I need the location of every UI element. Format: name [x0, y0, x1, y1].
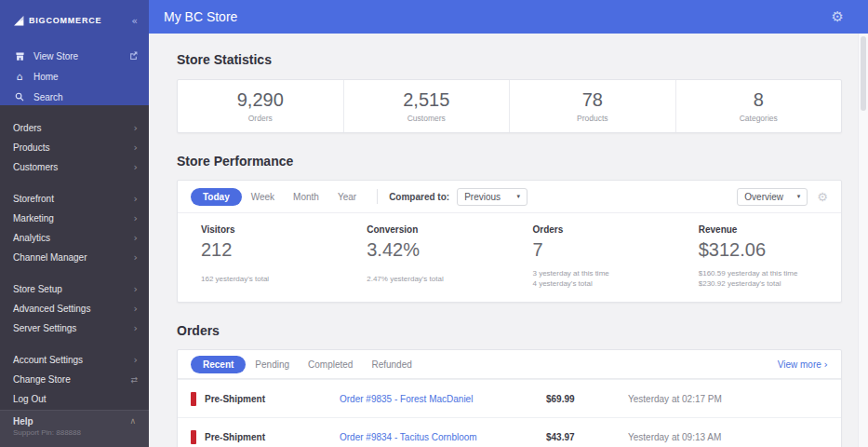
scrollbar-track[interactable]: [858, 34, 868, 447]
chevron-right-icon: ›: [134, 161, 138, 173]
help-label: Help: [13, 416, 81, 427]
order-time: Yesterday at 02:17 PM: [628, 394, 828, 404]
caret-up-icon: ∧: [129, 416, 136, 426]
sidebar-item-server-settings[interactable]: Server Settings›: [0, 318, 149, 338]
help-panel[interactable]: Help Support Pin: 888888 ∧: [0, 410, 149, 447]
stat-value: 78: [582, 89, 603, 111]
tab-month[interactable]: Month: [284, 188, 328, 206]
menu-label: Log Out: [13, 394, 47, 404]
tab-year[interactable]: Year: [328, 188, 366, 206]
chevron-right-icon: ›: [134, 354, 138, 366]
menu-label: Orders: [13, 123, 42, 133]
chevron-right-icon: ›: [134, 142, 138, 154]
stat-label: Customers: [407, 114, 446, 123]
metric-value: $312.06: [699, 239, 841, 261]
metric-value: 7: [533, 239, 675, 261]
overview-value: Overview: [744, 192, 783, 202]
overview-select[interactable]: Overview ▾: [737, 188, 808, 206]
sidebar-item-products[interactable]: Products›: [0, 138, 149, 157]
external-link-icon: [129, 51, 138, 61]
chevron-right-icon: ›: [134, 232, 138, 244]
stat-label: Orders: [248, 114, 273, 123]
metric-value: 212: [201, 239, 343, 261]
performance-metrics: Visitors 212 162 yesterday's total Conve…: [178, 213, 841, 302]
chevron-right-icon: ›: [134, 122, 138, 134]
tab-completed[interactable]: Completed: [299, 356, 362, 373]
stat-value: 2,515: [403, 89, 449, 111]
sidebar-item-orders[interactable]: Orders›: [0, 118, 149, 138]
sidebar-item-advanced-settings[interactable]: Advanced Settings›: [0, 299, 149, 318]
metric-conversion: Conversion 3.42% 2.47% yesterday's total: [343, 224, 509, 289]
performance-toolbar: Today Week Month Year Compared to: Previ…: [178, 181, 841, 213]
sidebar-item-store-setup[interactable]: Store Setup›: [0, 279, 149, 299]
order-link[interactable]: Order #9834 - Tacitus Cornbloom: [340, 432, 546, 442]
sidebar-top-section: BIGCOMMERCE « View Store ⌂ Home: [0, 0, 149, 105]
sidebar-menu: Orders› Products› Customers› Storefront›…: [0, 105, 149, 409]
home-icon: ⌂: [13, 71, 26, 83]
view-more-link[interactable]: View more ›: [778, 359, 828, 371]
chevron-down-icon: ▾: [797, 193, 801, 200]
metric-label: Visitors: [201, 224, 343, 235]
stat-categories: 8 Categories: [675, 80, 842, 132]
tab-refunded[interactable]: Refunded: [362, 356, 421, 373]
chevron-right-icon: ›: [134, 283, 138, 295]
menu-label: Products: [13, 142, 49, 153]
metric-revenue: Revenue $312.06 $160.59 yesterday at thi…: [675, 224, 841, 289]
bigcommerce-logo[interactable]: BIGCOMMERCE: [13, 15, 101, 27]
chevron-right-icon: ›: [134, 322, 138, 334]
tab-pending[interactable]: Pending: [246, 356, 299, 373]
gear-icon[interactable]: ⚙: [832, 8, 844, 25]
orders-card: Recent Pending Completed Refunded View m…: [177, 349, 842, 447]
sidebar-item-analytics[interactable]: Analytics›: [0, 228, 149, 248]
chevron-right-icon: ›: [134, 251, 138, 264]
sidebar-item-log-out[interactable]: Log Out: [0, 389, 149, 409]
table-row[interactable]: Pre-Shipment Order #9834 - Tacitus Cornb…: [178, 417, 841, 447]
view-more-label: View more: [778, 359, 821, 370]
sidebar: BIGCOMMERCE « View Store ⌂ Home: [0, 0, 149, 447]
sidebar-item-channel-manager[interactable]: Channel Manager›: [0, 248, 149, 267]
tab-week[interactable]: Week: [242, 188, 284, 206]
metric-label: Orders: [533, 224, 675, 235]
sidebar-item-marketing[interactable]: Marketing›: [0, 209, 149, 228]
performance-gear-icon[interactable]: ⚙: [817, 190, 828, 204]
metric-sub: 3 yesterday at this time: [533, 268, 675, 278]
metric-sub: 162 yesterday's total: [201, 274, 343, 284]
tab-recent[interactable]: Recent: [191, 356, 246, 373]
collapse-sidebar-icon[interactable]: «: [131, 15, 138, 27]
store-statistics-card: 9,290 Orders 2,515 Customers 78 Products…: [177, 79, 842, 133]
performance-toolbar-right: Overview ▾ ⚙: [737, 188, 828, 206]
menu-label: Channel Manager: [13, 252, 87, 263]
sidebar-item-view-store[interactable]: View Store: [0, 46, 149, 66]
chevron-down-icon: ▾: [517, 193, 521, 200]
sidebar-item-search[interactable]: Search: [0, 87, 149, 107]
scrollbar-thumb[interactable]: [861, 36, 866, 111]
compared-to-label: Compared to:: [389, 192, 449, 202]
compared-to-select[interactable]: Previous ▾: [457, 188, 527, 206]
sidebar-item-home[interactable]: ⌂ Home: [0, 66, 149, 87]
menu-label: Customers: [13, 162, 58, 172]
help-row: Help Support Pin: 888888 ∧: [13, 416, 136, 437]
chevron-right-icon: ›: [824, 359, 828, 371]
table-row[interactable]: Pre-Shipment Order #9835 - Forest MacDan…: [178, 379, 841, 417]
sidebar-item-change-store[interactable]: Change Store⇄: [0, 370, 149, 389]
menu-label: Account Settings: [13, 355, 83, 365]
status-label: Pre-Shipment: [205, 394, 265, 404]
order-status-cell: Pre-Shipment: [191, 430, 340, 444]
menu-label: Store Setup: [13, 284, 62, 294]
orders-title: Orders: [177, 323, 842, 338]
stat-products: 78 Products: [509, 80, 675, 132]
metric-label: Conversion: [367, 224, 509, 235]
menu-label: Storefront: [13, 194, 54, 204]
sidebar-item-customers[interactable]: Customers›: [0, 157, 149, 177]
status-badge: [191, 430, 196, 444]
menu-label: Marketing: [13, 213, 54, 224]
order-link[interactable]: Order #9835 - Forest MacDaniel: [340, 394, 546, 404]
store-performance-title: Store Performance: [177, 154, 842, 169]
sidebar-item-storefront[interactable]: Storefront›: [0, 189, 149, 209]
chevron-right-icon: ›: [134, 193, 138, 205]
metric-visitors: Visitors 212 162 yesterday's total: [178, 224, 343, 289]
support-pin: Support Pin: 888888: [13, 428, 81, 437]
tab-today[interactable]: Today: [191, 188, 242, 206]
status-badge: [191, 392, 196, 406]
sidebar-item-account-settings[interactable]: Account Settings›: [0, 350, 149, 370]
